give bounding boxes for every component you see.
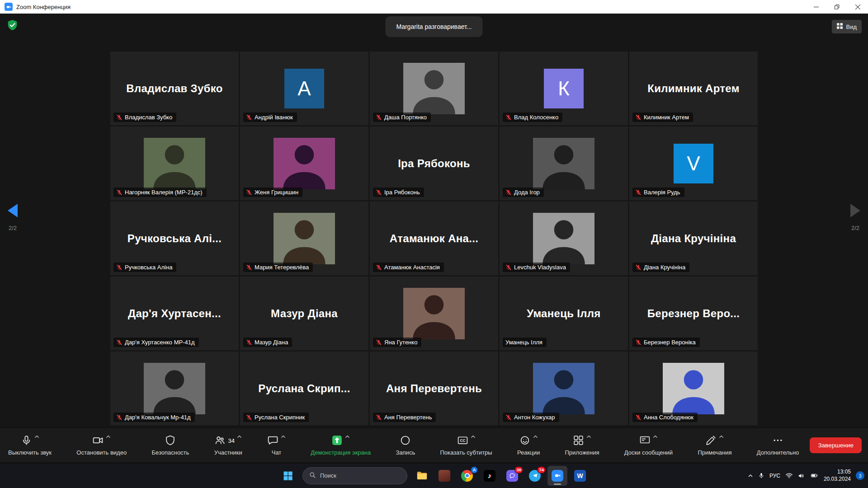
zoom-icon[interactable] bbox=[547, 466, 567, 486]
muted-mic-icon bbox=[246, 414, 252, 421]
muted-mic-icon bbox=[116, 264, 123, 271]
participants-icon bbox=[214, 435, 226, 446]
participant-tile[interactable]: Діана КручінінаДіана Кручініна bbox=[629, 202, 758, 275]
muted-mic-icon bbox=[505, 189, 512, 196]
close-button[interactable] bbox=[847, 0, 868, 14]
participant-tile[interactable]: Женя Грицишин bbox=[240, 127, 368, 200]
clock[interactable]: 13:05 20.03.2024 bbox=[824, 469, 851, 483]
participant-name: Килимник Артем bbox=[644, 114, 689, 121]
participant-tile[interactable]: Килимник АртемКилимник Артем bbox=[629, 52, 758, 125]
tiktok-icon[interactable]: ♪ bbox=[480, 466, 500, 486]
restore-button[interactable] bbox=[826, 0, 847, 14]
chevron-up-icon[interactable] bbox=[471, 435, 476, 438]
toolbar-cc-button[interactable]: CCПоказать субтитры bbox=[438, 434, 494, 457]
participant-name-label: Нагорняк Валерія (МР-21дс) bbox=[113, 188, 207, 197]
telegram-icon[interactable]: 74 bbox=[525, 466, 545, 486]
participant-name: Влад Колосенко bbox=[514, 114, 558, 121]
toolbar-whiteboard-button[interactable]: Доски сообщений bbox=[623, 434, 675, 457]
chevron-up-icon[interactable] bbox=[653, 435, 658, 438]
chevron-up-icon[interactable] bbox=[533, 435, 538, 438]
muted-mic-icon bbox=[116, 114, 123, 121]
toolbar-share-screen-button[interactable]: Демонстрация экрана bbox=[309, 434, 373, 457]
toolbar-apps-button[interactable]: Приложения bbox=[563, 434, 601, 457]
participant-tile[interactable]: Дар'я Хуртасен...Дар'я Хуртасенко МР-41д bbox=[110, 277, 239, 350]
notification-count-badge[interactable]: 3 bbox=[856, 471, 864, 480]
participant-name: Мария Тетеревлёва bbox=[255, 264, 309, 271]
muted-mic-icon bbox=[635, 414, 642, 421]
muted-mic-icon bbox=[246, 114, 252, 121]
participant-tile[interactable]: Анна Слободянюк bbox=[629, 352, 758, 425]
battery-icon[interactable] bbox=[810, 472, 819, 479]
participant-name: Ручковська Аліна bbox=[125, 264, 172, 271]
participant-tile[interactable]: Ручковська Алі...Ручковська Аліна bbox=[110, 202, 239, 275]
end-meeting-button[interactable]: Завершение bbox=[810, 437, 862, 453]
toolbar-notes-button[interactable]: Примечания bbox=[696, 434, 733, 457]
grid-view-icon bbox=[837, 23, 843, 30]
tray-mic-icon[interactable] bbox=[758, 472, 764, 479]
chevron-up-icon[interactable] bbox=[586, 435, 591, 438]
chevron-up-icon[interactable] bbox=[345, 435, 350, 438]
zoom-app-icon bbox=[5, 3, 13, 11]
participant-display-name: Діана Кручініна bbox=[651, 232, 736, 245]
toolbar-camera-button[interactable]: Остановить видео bbox=[75, 434, 128, 457]
search-icon bbox=[309, 472, 316, 480]
participant-tile[interactable]: Атаманюк Ана...Атаманюк Анастасія bbox=[370, 202, 498, 275]
participant-photo bbox=[663, 363, 724, 414]
participant-tile[interactable]: Мазур ДіанаМазур Діана bbox=[240, 277, 368, 350]
participant-tile[interactable]: Іра РябоконьІра Рябоконь bbox=[370, 127, 498, 200]
file-explorer-icon[interactable] bbox=[412, 466, 432, 486]
toolbar-participants-button[interactable]: 34Участники bbox=[212, 434, 244, 457]
participant-tile[interactable]: Уманець ІлляУманець Ілля bbox=[500, 277, 628, 350]
muted-mic-icon bbox=[376, 189, 382, 196]
muted-mic-icon bbox=[376, 114, 382, 121]
mic-icon bbox=[21, 435, 32, 446]
minimize-button[interactable] bbox=[806, 0, 826, 14]
participant-tile[interactable]: VВалерія Рудь bbox=[629, 127, 758, 200]
unknown-app-icon[interactable] bbox=[434, 466, 454, 486]
chevron-up-icon[interactable] bbox=[106, 435, 111, 438]
participant-tile[interactable]: Дода Ігор bbox=[500, 127, 628, 200]
participant-tile[interactable]: Нагорняк Валерія (МР-21дс) bbox=[110, 127, 239, 200]
language-indicator[interactable]: РУС bbox=[769, 473, 780, 479]
encryption-shield-icon[interactable] bbox=[6, 19, 19, 33]
participant-tile[interactable]: Даша Портянко bbox=[370, 52, 498, 125]
view-button[interactable]: Вид bbox=[832, 20, 862, 33]
toolbar-more-button[interactable]: Дополнительно bbox=[755, 434, 801, 457]
participant-tile[interactable]: Levchuk Vladyslava bbox=[500, 202, 628, 275]
muted-mic-icon bbox=[505, 114, 512, 121]
participant-tile[interactable]: КВлад Колосенко bbox=[500, 52, 628, 125]
wifi-icon[interactable] bbox=[785, 472, 793, 479]
participant-tile[interactable]: ААндрій Іванюк bbox=[240, 52, 368, 125]
viber-icon[interactable]: 30 bbox=[502, 466, 522, 486]
participant-photo bbox=[533, 363, 594, 414]
start-button[interactable] bbox=[278, 466, 298, 486]
chrome-icon[interactable]: A bbox=[457, 466, 477, 486]
chevron-up-icon[interactable] bbox=[281, 435, 286, 438]
toolbar-shield-button[interactable]: Безопасность bbox=[150, 434, 191, 457]
participant-tile[interactable]: Владислав ЗубкоВладислав Зубко bbox=[110, 52, 239, 125]
chevron-up-icon[interactable] bbox=[237, 435, 242, 438]
chevron-up-icon[interactable] bbox=[719, 435, 724, 438]
gallery-prev-page[interactable]: 2/2 bbox=[6, 203, 19, 231]
volume-icon[interactable] bbox=[798, 472, 805, 479]
chevron-up-icon[interactable] bbox=[34, 435, 39, 438]
participant-tile[interactable]: Аня ПеревертеньАня Перевертень bbox=[370, 352, 498, 425]
participant-tile[interactable]: Дар'я Ковальчук Мр-41д bbox=[110, 352, 239, 425]
toolbar-mic-button[interactable]: Выключить звук bbox=[6, 434, 53, 457]
participant-photo bbox=[533, 138, 594, 189]
participant-tile[interactable]: Мария Тетеревлёва bbox=[240, 202, 368, 275]
taskbar-search[interactable]: Поиск bbox=[302, 467, 407, 484]
participant-tile[interactable]: Антон Кожухар bbox=[500, 352, 628, 425]
participant-name-label: Руслана Скрипник bbox=[243, 413, 309, 422]
participant-tile[interactable]: Руслана Скрип...Руслана Скрипник bbox=[240, 352, 368, 425]
gallery-next-page[interactable]: 2/2 bbox=[849, 203, 862, 231]
toolbar-chat-button[interactable]: Чат bbox=[265, 434, 288, 457]
participant-tile[interactable]: Березнер Веро...Березнер Вероніка bbox=[629, 277, 758, 350]
tray-chevron-up-icon[interactable] bbox=[748, 473, 753, 479]
participant-name: Яна Гутенко bbox=[384, 339, 417, 346]
toolbar-label: Дополнительно bbox=[757, 449, 799, 456]
participant-tile[interactable]: Яна Гутенко bbox=[370, 277, 498, 350]
word-icon[interactable]: W bbox=[570, 466, 590, 486]
toolbar-record-button[interactable]: Запись bbox=[394, 434, 417, 457]
toolbar-reactions-button[interactable]: Реакции bbox=[515, 434, 542, 457]
